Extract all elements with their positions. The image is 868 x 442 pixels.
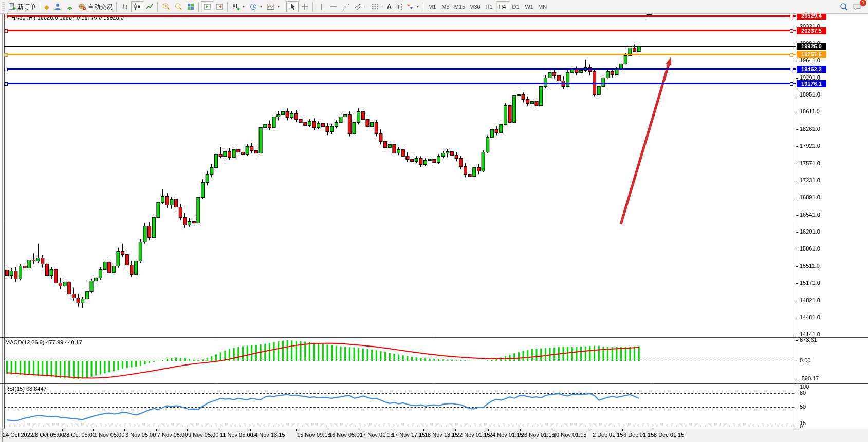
notifications-button[interactable]: 1 — [851, 1, 864, 12]
candlestick-type-button[interactable] — [131, 1, 143, 12]
trendline-icon — [342, 3, 350, 11]
price-tick-label: 15861.0 — [800, 245, 820, 252]
price-tick-label: 18261.0 — [800, 126, 820, 132]
auto-trading-button[interactable]: 自动交易 — [76, 1, 115, 12]
rsi-label: RSI(15) 68.8447 — [5, 386, 47, 392]
date-tick-label: 11 Nov 05:00 — [220, 432, 253, 438]
toolbar-separator — [116, 2, 117, 12]
date-tick-label: 8 Dec 01:15 — [654, 432, 684, 438]
bar-chart-type-button[interactable] — [119, 1, 131, 12]
caret-icon: ▼ — [416, 5, 419, 8]
line-handle[interactable] — [4, 82, 8, 86]
date-tick-label: 15 Nov 09:15 — [297, 432, 330, 438]
new-chart-button[interactable]: ▼ — [230, 1, 247, 12]
price-tick-label: 18611.0 — [800, 108, 820, 114]
toolbar-grip — [2, 2, 5, 11]
channel-tool[interactable]: E — [352, 1, 368, 12]
price-flag: 19462.2 — [797, 66, 826, 73]
price-tick-label: 15171.0 — [800, 280, 820, 286]
trendline-tool[interactable] — [340, 1, 352, 12]
caret-icon: ▼ — [242, 5, 245, 8]
tile-windows-icon — [187, 3, 195, 11]
timeframe-w1[interactable]: W1 — [523, 1, 536, 12]
search-button[interactable] — [837, 1, 851, 12]
date-tick-label: 24 Nov 01:15 — [489, 432, 523, 438]
zoom-out-button[interactable] — [172, 1, 184, 12]
line-handle[interactable] — [790, 68, 793, 71]
date-tick-label: 17 Nov 01:15 — [360, 432, 393, 438]
date-tick-label: 3 Nov 05:00 — [125, 432, 156, 438]
timeframe-m1[interactable]: M1 — [426, 1, 439, 12]
current-price-flag: 19925.0 — [797, 43, 826, 50]
date-tick-label: 28 Nov 01:15 — [521, 432, 555, 438]
line-handle[interactable] — [790, 82, 793, 86]
line-handle[interactable] — [790, 15, 793, 18]
fibonacci-tool[interactable]: F — [368, 1, 385, 12]
date-tick-label: 7 Nov 05:00 — [157, 432, 188, 438]
bar-chart-icon — [121, 3, 129, 11]
search-icon — [839, 2, 848, 11]
toolbar: 新订单 ◆ 自动交易 ▼ ▼ — [0, 0, 868, 14]
chart-shift-button[interactable] — [213, 1, 226, 12]
caret-icon: ▼ — [277, 5, 280, 8]
horizontal-line-icon — [329, 3, 338, 11]
market-button[interactable]: ◆ — [42, 1, 51, 12]
date-tick-label: 14 Nov 13:15 — [251, 432, 285, 438]
notification-badge: 1 — [860, 0, 866, 6]
timeframe-m30[interactable]: M30 — [467, 1, 482, 12]
line-chart-icon — [145, 3, 154, 11]
line-handle[interactable] — [4, 68, 8, 71]
community-button[interactable] — [51, 1, 64, 12]
arrows-tool[interactable]: ▼ — [404, 1, 421, 12]
auto-scroll-button[interactable] — [201, 1, 213, 12]
cursor-icon — [288, 3, 297, 11]
arrows-icon — [406, 3, 414, 11]
timeframe-mn[interactable]: MN — [536, 1, 549, 12]
current-price-line — [4, 46, 796, 47]
chart-canvas[interactable] — [0, 0, 868, 442]
timeframe-m5[interactable]: M5 — [439, 1, 452, 12]
signals-button[interactable] — [64, 1, 76, 12]
text-tool[interactable]: A — [385, 1, 394, 12]
new-order-button[interactable]: 新订单 — [6, 1, 38, 12]
zoom-in-button[interactable] — [160, 1, 172, 12]
line-handle[interactable] — [4, 53, 8, 57]
timeframe-h1[interactable]: H1 — [483, 1, 496, 12]
date-tick-label: 16 Nov 05:00 — [329, 432, 362, 438]
line-handle[interactable] — [790, 53, 793, 57]
price-tick-label: 17231.0 — [800, 177, 820, 183]
tile-windows-button[interactable] — [184, 1, 197, 12]
label-t-icon: T — [396, 4, 402, 10]
label-tool[interactable]: T — [394, 1, 404, 12]
caret-icon: ▼ — [260, 5, 263, 8]
horizontal-line[interactable] — [4, 68, 796, 70]
horizontal-line[interactable] — [4, 15, 796, 17]
horizontal-line[interactable] — [4, 83, 796, 84]
line-handle[interactable] — [4, 29, 8, 33]
horizontal-line[interactable] — [4, 30, 796, 31]
line-handle[interactable] — [4, 15, 8, 18]
new-order-label: 新订单 — [17, 3, 36, 11]
crosshair-button[interactable] — [299, 1, 311, 12]
horizontal-line[interactable] — [4, 54, 796, 55]
date-tick-label: 9 Nov 05:00 — [188, 432, 218, 438]
new-chart-icon — [232, 3, 240, 11]
macd-tick-label: -590.17 — [800, 375, 819, 381]
price-tick-label: 16891.0 — [800, 194, 820, 200]
line-handle[interactable] — [790, 29, 793, 33]
date-tick-label: 2 Dec 01:15 — [593, 432, 623, 438]
vertical-line-tool[interactable] — [315, 1, 327, 12]
timeframe-h4[interactable]: H4 — [496, 1, 509, 12]
timeframe-d1[interactable]: D1 — [509, 1, 523, 12]
cursor-button[interactable] — [286, 1, 299, 12]
horizontal-line-tool[interactable] — [327, 1, 340, 12]
macd-tick-label: 673.61 — [800, 337, 817, 343]
price-tick-label: 16541.0 — [800, 212, 820, 218]
timeframe-m15[interactable]: M15 — [452, 1, 467, 12]
toolbar-separator — [423, 2, 424, 12]
toolbar-separator — [312, 2, 313, 12]
indicators-button[interactable]: ▼ — [265, 1, 282, 12]
line-chart-type-button[interactable] — [143, 1, 156, 12]
price-flag: 19176.1 — [797, 80, 826, 87]
periods-button[interactable]: ▼ — [247, 1, 265, 12]
